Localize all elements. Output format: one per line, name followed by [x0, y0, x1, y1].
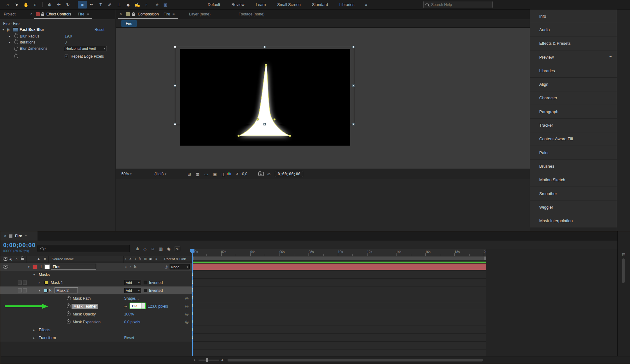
panel-tab-paint[interactable]: Paint ≡ [530, 146, 617, 159]
panel-tab-effects-presets[interactable]: Effects & Presets ≡ [530, 37, 617, 50]
feather-link-icon[interactable]: ∞ [124, 302, 127, 310]
timeline-tab-fire[interactable]: × Fire ≡ [0, 231, 38, 240]
bbox-handle[interactable] [174, 84, 176, 87]
chevron-right-icon[interactable]: ▸ [33, 334, 37, 342]
prop-value[interactable]: 19,0 [65, 34, 72, 38]
workspace-overflow-chevron[interactable]: » [365, 2, 367, 7]
bbox-handle[interactable] [352, 46, 355, 48]
lock-column-header[interactable] [21, 256, 24, 262]
current-time-indicator-line[interactable] [192, 249, 193, 356]
rectangle-tool[interactable]: ■ [78, 1, 87, 9]
workspace-tab-small-screen[interactable]: Small Screen [277, 3, 301, 7]
timeline-search-input[interactable] [47, 246, 120, 251]
search-help-input[interactable] [431, 2, 479, 7]
preview-time-indicator[interactable]: 0;00;00;00 [275, 169, 303, 179]
comp-marker-bin-icon[interactable]: ▤ [622, 252, 625, 256]
horizontal-scrollbar[interactable] [228, 359, 483, 361]
reset-exposure-icon[interactable]: ↺ [235, 172, 239, 176]
bbox-handle[interactable] [352, 123, 355, 125]
effects-group-row[interactable]: ▸ Effects [0, 326, 192, 334]
frame-blend-switch-icon[interactable]: ♁ [125, 265, 127, 269]
shy-icon[interactable]: ♁ [124, 257, 127, 261]
bbox-handle[interactable] [352, 84, 355, 87]
panel-tab-wiggler[interactable]: Wiggler ≡ [530, 200, 617, 214]
tab-composition[interactable]: Composition [138, 12, 159, 16]
toolbar-divider[interactable] [42, 2, 43, 7]
mask-name[interactable]: Mask 1 [51, 279, 63, 286]
chevron-down-icon[interactable]: ▾ [3, 28, 6, 31]
tab-effect-controls[interactable]: Effect Controls [46, 12, 71, 16]
chevron-right-icon[interactable]: ▸ [39, 279, 42, 286]
brush-tool[interactable]: ✐ [105, 1, 114, 9]
resolution-dropdown[interactable]: (Half)▾ [154, 169, 166, 179]
effect-reset-link[interactable]: Reset [95, 27, 104, 32]
stopwatch-icon[interactable] [67, 320, 71, 324]
stopwatch-icon[interactable] [67, 312, 71, 316]
label-column-header[interactable]: ◆ [38, 256, 40, 262]
quality-switch-icon[interactable]: ∕ [130, 265, 131, 269]
panel-menu-icon[interactable]: ≡ [609, 55, 612, 60]
feather-value-input[interactable]: 123 [130, 303, 142, 309]
workspace-tab-libraries[interactable]: Libraries [339, 3, 355, 7]
layer-bounding-box[interactable] [175, 47, 354, 125]
feather-input-spinner[interactable] [142, 303, 145, 309]
mask-color-chip[interactable] [44, 281, 48, 285]
chevron-down-icon[interactable]: ▾ [33, 271, 37, 279]
tab-project[interactable]: Project [4, 12, 15, 16]
stopwatch-icon[interactable] [14, 47, 18, 51]
panel-tab-align[interactable]: Align ≡ [530, 78, 617, 91]
number-column-header[interactable]: # [44, 256, 46, 262]
view-layout-icon[interactable]: ◫ [222, 172, 225, 176]
effects-switch-icon[interactable]: fx [134, 265, 136, 269]
workspace-tab-learn[interactable]: Learn [256, 3, 266, 7]
prop-value[interactable]: 0,0 pixels [124, 318, 140, 326]
prop-value[interactable]: 123,0 pixels [148, 302, 168, 310]
solo-column-header[interactable]: ○ [15, 256, 18, 262]
channel-icon[interactable] [227, 172, 231, 182]
stopwatch-icon[interactable] [67, 304, 71, 308]
frame-blend-icon[interactable]: ▥ [159, 246, 163, 251]
puppet-pin-tool[interactable]: ♇ [142, 1, 151, 9]
parent-pickwhip-icon[interactable]: ◎ [165, 263, 168, 271]
layer-duration-bar[interactable] [192, 263, 486, 270]
mask-mode-dropdown[interactable]: Add▾ [124, 288, 141, 293]
lock-icon[interactable] [41, 14, 44, 16]
bbox-handle[interactable] [174, 123, 176, 125]
panel-tab-tracker[interactable]: Tracker ≡ [530, 118, 617, 132]
panel-tab-motion-sketch[interactable]: Motion Sketch ≡ [530, 173, 617, 187]
panel-tab-brushes[interactable]: Brushes ≡ [530, 159, 617, 173]
star-icon[interactable]: ★ [155, 2, 159, 7]
toggle-cell[interactable] [23, 280, 27, 285]
prop-label-selected[interactable]: Mask Feather [72, 304, 98, 309]
eye-icon[interactable] [3, 265, 8, 269]
toolbar-divider[interactable] [75, 2, 75, 7]
repeat-edge-checkbox[interactable]: ✓ [65, 55, 68, 58]
close-icon[interactable]: × [4, 234, 6, 238]
source-name-column-header[interactable]: Source Name [52, 256, 74, 262]
mask-color-chip[interactable] [44, 289, 48, 292]
chevron-right-icon[interactable]: ▸ [33, 326, 37, 334]
choose-grid-guides-icon[interactable]: ⊞ [188, 172, 191, 176]
panel-menu-icon[interactable]: ≡ [172, 12, 175, 16]
video-column-header[interactable] [3, 256, 8, 262]
frame-blend-icon[interactable]: ▥ [144, 257, 147, 261]
toggle-cell[interactable] [18, 280, 22, 285]
transform-reset-link[interactable]: Reset [124, 334, 134, 342]
draft-3d-icon[interactable]: ◇ [143, 246, 147, 251]
toggle-cell[interactable] [23, 288, 27, 292]
lock-icon[interactable] [132, 14, 135, 16]
collapse-transformations-icon[interactable]: ✳ [129, 257, 132, 261]
panel-tab-libraries[interactable]: Libraries ≡ [530, 64, 617, 78]
clone-stamp-tool[interactable]: ⊥ [114, 1, 124, 9]
mask-path-row[interactable]: Mask Path Shape… ◎ [0, 294, 192, 303]
selection-tool[interactable]: ➤ [12, 1, 21, 9]
motion-blur-icon[interactable]: ◉ [149, 257, 152, 261]
zoom-dropdown[interactable]: 50%▾ [121, 169, 132, 179]
stopwatch-icon[interactable] [14, 54, 18, 58]
hand-tool[interactable]: ✋ [21, 1, 31, 9]
show-snapshot-button[interactable]: ∞ [267, 169, 270, 179]
prop-value[interactable]: 100% [124, 310, 134, 318]
workspace-tab-default[interactable]: Default [208, 3, 220, 7]
close-icon[interactable]: × [30, 12, 32, 16]
masks-group-row[interactable]: ▾ Masks [0, 271, 192, 279]
